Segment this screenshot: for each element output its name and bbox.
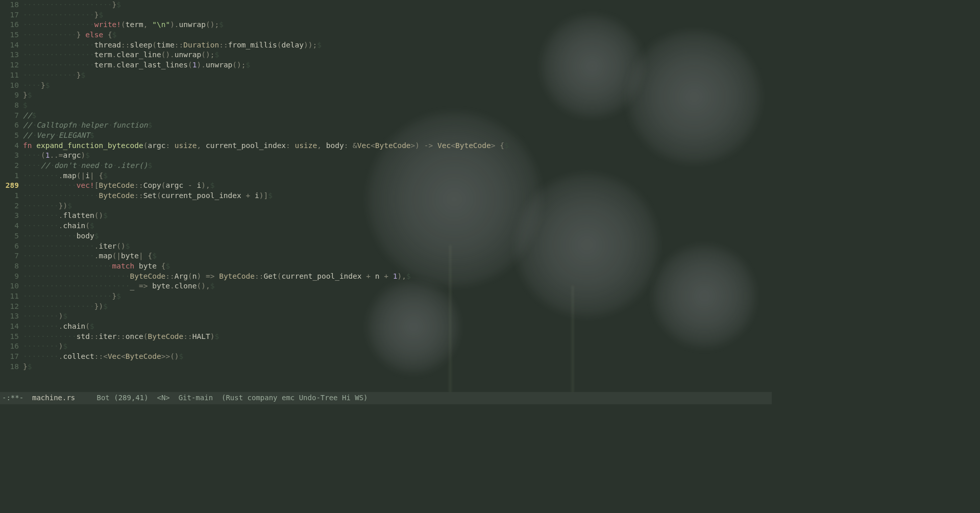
code-line[interactable]: 3········.flatten()$ — [0, 211, 772, 221]
modeline-status: -:**- — [2, 393, 23, 403]
code-content: ········.collect::<Vec<ByteCode>>()$ — [23, 352, 772, 362]
code-content: ········.chain($ — [23, 322, 772, 332]
code-line[interactable]: 18····················}$ — [0, 0, 772, 10]
line-number: 13 — [0, 50, 23, 60]
code-content: ············}$ — [23, 70, 772, 81]
code-content: ················.map(|byte| {$ — [23, 251, 772, 261]
code-line[interactable]: 1········.map(|i| {$ — [0, 171, 772, 181]
line-number: 16 — [0, 20, 23, 30]
code-content: ········.chain($ — [23, 221, 772, 231]
code-line[interactable]: 10························_ => byte.clon… — [0, 281, 772, 291]
code-line[interactable]: 11····················}$ — [0, 291, 772, 302]
code-line[interactable]: 9}$ — [0, 90, 772, 101]
line-number: 1 — [0, 171, 23, 181]
code-line[interactable]: 8$ — [0, 101, 772, 111]
code-line[interactable]: 18}$ — [0, 362, 772, 372]
code-content: }$ — [23, 362, 772, 372]
line-number: 5 — [0, 131, 23, 141]
code-content: ············body$ — [23, 231, 772, 241]
code-line[interactable]: 17········.collect::<Vec<ByteCode>>()$ — [0, 352, 772, 362]
line-number: 8 — [0, 101, 23, 111]
code-content: ········)$ — [23, 341, 772, 352]
code-line[interactable]: 1·················ByteCode::Set(current_… — [0, 191, 772, 201]
line-number: 4 — [0, 221, 23, 231]
line-number: 6 — [0, 120, 23, 131]
line-number: 12 — [0, 60, 23, 70]
code-line[interactable]: 289············vec![ByteCode::Copy(argc … — [0, 181, 772, 191]
line-number: 18 — [0, 362, 23, 372]
code-content: ················}$ — [23, 10, 772, 20]
code-line[interactable]: 6················.iter()$ — [0, 241, 772, 252]
code-content: ························ByteCode::Arg(n)… — [23, 272, 772, 282]
code-line[interactable]: 14········.chain($ — [0, 322, 772, 332]
code-line[interactable]: 6//·Calltopfn·helper·function$ — [0, 120, 772, 131]
code-content: ········})$ — [23, 201, 772, 211]
code-line[interactable]: 5//·Very·ELEGANT$ — [0, 131, 772, 141]
line-number: 5 — [0, 231, 23, 241]
code-line[interactable]: 15············std::iter::once(ByteCode::… — [0, 332, 772, 342]
code-line[interactable]: 12················term.clear_last_lines(… — [0, 60, 772, 70]
code-line[interactable]: 14················thread::sleep(time::Du… — [0, 40, 772, 51]
code-line[interactable]: 2····//·don't·need·to·.iter()$ — [0, 161, 772, 171]
modeline: -:**- machine.rs Bot (289,41) <N> Git-ma… — [0, 392, 772, 404]
line-number: 17 — [0, 352, 23, 362]
code-line[interactable]: 13········)$ — [0, 311, 772, 322]
code-line[interactable]: 2········})$ — [0, 201, 772, 211]
code-line[interactable]: 5············body$ — [0, 231, 772, 241]
code-line[interactable]: 12················})$ — [0, 302, 772, 312]
modeline-filename: machine.rs — [32, 393, 75, 403]
code-editor[interactable]: 18····················}$17··············… — [0, 0, 772, 392]
code-content: ····················match byte {$ — [23, 261, 772, 272]
modeline-cursor: (289,41) — [114, 393, 148, 403]
code-content: ········)$ — [23, 311, 772, 322]
line-number: 15 — [0, 30, 23, 40]
code-line[interactable]: 15············} else {$ — [0, 30, 772, 40]
modeline-modes: (Rust company emc Undo-Tree Hi WS) — [222, 393, 368, 403]
code-content: ············std::iter::once(ByteCode::HA… — [23, 332, 772, 342]
line-number: 2 — [0, 201, 23, 211]
line-number: 14 — [0, 40, 23, 51]
code-line[interactable]: 3····(1..=argc)$ — [0, 151, 772, 161]
code-line[interactable]: 7//$ — [0, 111, 772, 121]
line-number: 14 — [0, 322, 23, 332]
code-content: ················write!(term, "\n").unwra… — [23, 20, 772, 30]
code-line[interactable]: 16················write!(term, "\n").unw… — [0, 20, 772, 30]
line-number: 9 — [0, 90, 23, 101]
line-number: 1 — [0, 191, 23, 201]
code-line[interactable]: 16········)$ — [0, 341, 772, 352]
code-content: ················term.clear_last_lines(1)… — [23, 60, 772, 70]
code-content: ············} else {$ — [23, 30, 772, 40]
modeline-vc: Git-main — [179, 393, 213, 403]
line-number: 17 — [0, 10, 23, 20]
code-content: ················term.clear_line().unwrap… — [23, 50, 772, 60]
code-content: fn expand_function_bytecode(argc: usize,… — [23, 141, 772, 151]
line-number: 10 — [0, 81, 23, 91]
code-line[interactable]: 13················term.clear_line().unwr… — [0, 50, 772, 60]
code-line[interactable]: 7················.map(|byte| {$ — [0, 251, 772, 261]
code-content: ················.iter()$ — [23, 241, 772, 252]
code-content: ····················}$ — [23, 0, 772, 10]
code-content: ········.flatten()$ — [23, 211, 772, 221]
line-number: 18 — [0, 0, 23, 10]
code-content: ·················ByteCode::Set(current_p… — [23, 191, 772, 201]
code-line[interactable]: 4········.chain($ — [0, 221, 772, 231]
line-number: 8 — [0, 261, 23, 272]
code-line[interactable]: 10····}$ — [0, 81, 772, 91]
code-content: ················})$ — [23, 302, 772, 312]
code-line[interactable]: 4fn expand_function_bytecode(argc: usize… — [0, 141, 772, 151]
code-content: //·Very·ELEGANT$ — [23, 131, 772, 141]
code-line[interactable]: 11············}$ — [0, 70, 772, 81]
line-number: 289 — [0, 181, 23, 191]
line-number: 9 — [0, 272, 23, 282]
modeline-position: Bot — [96, 393, 109, 403]
code-content: //·Calltopfn·helper·function$ — [23, 120, 772, 131]
line-number: 13 — [0, 311, 23, 322]
code-content: ····}$ — [23, 81, 772, 91]
code-content: //$ — [23, 111, 772, 121]
line-number: 10 — [0, 281, 23, 291]
modeline-evil-state: <N> — [157, 393, 170, 403]
code-content: ····················}$ — [23, 291, 772, 302]
code-line[interactable]: 8····················match byte {$ — [0, 261, 772, 272]
code-line[interactable]: 9························ByteCode::Arg(n… — [0, 272, 772, 282]
code-line[interactable]: 17················}$ — [0, 10, 772, 20]
